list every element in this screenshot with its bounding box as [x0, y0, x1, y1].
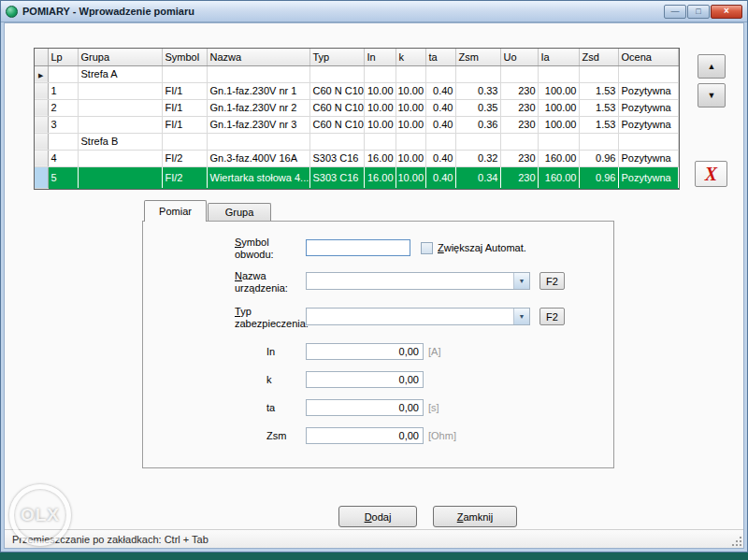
grid-cell[interactable]: 3	[48, 116, 78, 133]
grid-cell[interactable]: 100.00	[538, 82, 579, 99]
grid-corner-cell[interactable]	[35, 49, 48, 65]
grid-cell[interactable]: Pozytywna	[618, 166, 678, 188]
close-button[interactable]: ×	[711, 5, 742, 19]
device-f2-button[interactable]: F2	[539, 272, 565, 290]
grid-cell[interactable]: 0.33	[455, 82, 500, 99]
grid-cell[interactable]: Strefa B	[78, 133, 162, 150]
in-input[interactable]	[306, 343, 424, 360]
move-up-button[interactable]: ▲	[698, 54, 726, 79]
grid-column-header-lp[interactable]: Lp	[48, 49, 78, 65]
delete-row-button[interactable]: X	[695, 161, 727, 187]
grid-cell[interactable]	[425, 133, 455, 150]
grid-cell[interactable]	[162, 133, 207, 150]
grid-cell[interactable]	[500, 65, 538, 82]
grid-cell[interactable]	[48, 65, 78, 82]
grid-cell[interactable]: 1.53	[579, 99, 618, 116]
grid-cell[interactable]: C60 N C10	[309, 82, 364, 99]
device-name-combobox[interactable]: ▼	[306, 272, 530, 290]
grid-column-header-ocena[interactable]: Ocena	[618, 49, 678, 65]
grid-cell[interactable]	[500, 133, 538, 150]
grid-cell[interactable]: Gn.3-faz.400V 16A	[207, 150, 309, 166]
grid-cell[interactable]: 0.34	[455, 166, 500, 188]
grid-cell[interactable]: 10.00	[396, 99, 425, 116]
grid-cell[interactable]: 16.00	[364, 150, 396, 166]
grid-cell[interactable]: 10.00	[396, 116, 425, 133]
grid-cell[interactable]: 0.40	[425, 99, 455, 116]
grid-cell[interactable]: 10.00	[396, 150, 425, 166]
grid-cell[interactable]: 2	[48, 99, 78, 116]
grid-cell[interactable]: FI/1	[162, 82, 207, 99]
grid-cell[interactable]	[78, 150, 162, 166]
grid-cell[interactable]: 10.00	[364, 116, 396, 133]
grid-cell[interactable]: Gn.1-faz.230V nr 1	[207, 82, 309, 99]
grid-column-header-ia[interactable]: Ia	[538, 49, 579, 65]
grid-cell[interactable]	[309, 133, 364, 150]
grid-column-header-grupa[interactable]: Grupa	[78, 49, 162, 65]
maximize-button[interactable]: □	[687, 5, 710, 19]
grid-cell[interactable]: 100.00	[538, 116, 579, 133]
grid-cell[interactable]: FI/1	[162, 99, 207, 116]
grid-column-header-symbol[interactable]: Symbol	[162, 49, 207, 65]
grid-cell[interactable]: 0.35	[455, 99, 500, 116]
grid-cell[interactable]: 10.00	[364, 82, 396, 99]
grid-cell[interactable]: 5	[48, 166, 78, 188]
chevron-down-icon[interactable]: ▼	[513, 309, 529, 324]
grid-cell[interactable]	[455, 133, 500, 150]
grid-column-header-zsm[interactable]: Zsm	[455, 49, 500, 65]
protection-f2-button[interactable]: F2	[539, 308, 565, 325]
protection-type-combobox[interactable]: ▼	[306, 308, 530, 325]
grid-cell[interactable]: 160.00	[538, 166, 579, 188]
grid-cell[interactable]: 230	[500, 150, 538, 166]
grid-cell[interactable]: 10.00	[396, 82, 425, 99]
grid-cell[interactable]: Pozytywna	[618, 150, 678, 166]
grid-column-header-k[interactable]: k	[396, 49, 425, 65]
grid-cell[interactable]	[78, 166, 162, 188]
grid-cell[interactable]	[579, 65, 618, 82]
k-input[interactable]	[306, 371, 424, 388]
tab-pomiar[interactable]: Pomiar	[144, 200, 207, 222]
add-button[interactable]: Dodaj	[338, 506, 417, 527]
grid-cell[interactable]: 100.00	[538, 99, 579, 116]
grid-cell[interactable]	[78, 116, 162, 133]
row-selector-cell[interactable]	[35, 82, 48, 99]
move-down-button[interactable]: ▼	[698, 83, 726, 108]
grid-cell[interactable]	[364, 65, 396, 82]
row-selector-cell[interactable]	[35, 133, 48, 150]
grid-cell[interactable]: 160.00	[538, 150, 579, 166]
grid-cell[interactable]: 1	[48, 82, 78, 99]
grid-cell[interactable]: 0.32	[455, 150, 500, 166]
row-selector-cell[interactable]: ▶	[35, 65, 48, 82]
close-dialog-button[interactable]: Zamknij	[433, 506, 517, 527]
row-selector-cell[interactable]	[35, 166, 48, 188]
grid-cell[interactable]: S303 C16	[309, 150, 364, 166]
grid-cell[interactable]	[78, 82, 162, 99]
row-selector-cell[interactable]	[35, 99, 48, 116]
grid-cell[interactable]: 4	[48, 150, 78, 166]
grid-cell[interactable]: S303 C16	[309, 166, 364, 188]
grid-cell[interactable]: C60 N C10	[309, 116, 364, 133]
grid-cell[interactable]	[396, 65, 425, 82]
grid-cell[interactable]	[425, 65, 455, 82]
tab-grupa[interactable]: Grupa	[208, 203, 271, 221]
grid-column-header-ta[interactable]: ta	[425, 49, 455, 65]
grid-cell[interactable]: C60 N C10	[309, 99, 364, 116]
grid-cell[interactable]	[48, 133, 78, 150]
grid-cell[interactable]: FI/2	[162, 150, 207, 166]
grid-cell[interactable]: FI/2	[162, 166, 207, 188]
grid-cell[interactable]: Pozytywna	[618, 99, 678, 116]
grid-column-header-zsd[interactable]: Zsd	[579, 49, 618, 65]
grid-cell[interactable]	[538, 133, 579, 150]
grid-column-header-typ[interactable]: Typ	[309, 49, 364, 65]
grid-cell[interactable]: 0.40	[425, 82, 455, 99]
grid-cell[interactable]: Wiertarka stołowa 4...	[207, 166, 309, 188]
grid-cell[interactable]	[364, 133, 396, 150]
grid-cell[interactable]	[455, 65, 500, 82]
grid-cell[interactable]: 230	[500, 166, 538, 188]
grid-column-header-in[interactable]: In	[364, 49, 396, 65]
grid-cell[interactable]	[309, 65, 364, 82]
grid-cell[interactable]: Gn.1-faz.230V nr 2	[207, 99, 309, 116]
grid-cell[interactable]	[579, 133, 618, 150]
grid-cell[interactable]	[162, 65, 207, 82]
grid-cell[interactable]: 230	[500, 116, 538, 133]
grid-cell[interactable]: Gn.1-faz.230V nr 3	[207, 116, 309, 133]
